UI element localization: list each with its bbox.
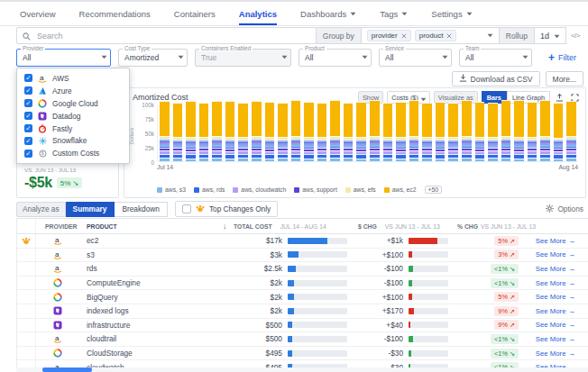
stacked-bar[interactable] [199, 103, 209, 161]
provider-option-snowflake[interactable]: ✓Snowflake [17, 134, 129, 147]
top-changes-only-toggle[interactable]: Top Changes Only [175, 201, 278, 217]
legend-overflow-badge[interactable]: +50 [425, 186, 443, 194]
table-row[interactable]: BigQuery$2k+$1005%↗See More → [17, 290, 588, 304]
stacked-bar[interactable] [317, 103, 327, 161]
group-by-pill-product[interactable]: product [415, 30, 457, 41]
see-more-link[interactable]: See More → [536, 335, 576, 343]
checkbox-checked[interactable]: ✓ [24, 137, 32, 145]
stacked-bar[interactable] [422, 103, 432, 161]
table-row[interactable]: ComputeEngine$2k-$100<1%↘See More → [17, 277, 588, 291]
filter-select-cost-type[interactable]: Cost TypeAmortized [118, 49, 188, 67]
table-row[interactable]: ards$2.5k-$100<1%↘See More → [17, 262, 588, 277]
search-input[interactable] [35, 31, 310, 41]
product-cell[interactable]: indexed logs [79, 306, 223, 315]
add-filter-button[interactable]: +Filter [548, 53, 576, 62]
nav-item-overview[interactable]: Overview [20, 2, 56, 25]
search-field[interactable] [16, 27, 317, 44]
stacked-bar[interactable] [514, 100, 524, 161]
more-button[interactable]: More... [546, 71, 583, 86]
product-cell[interactable]: BigQuery [79, 293, 223, 302]
stacked-bar[interactable] [304, 102, 314, 161]
stacked-bar[interactable] [212, 101, 222, 161]
table-row[interactable]: acloudtrail$500-$100<1%↘See More → [17, 332, 588, 347]
download-csv-button[interactable]: Download as CSV [452, 71, 540, 86]
table-row[interactable]: CloudStorage$495-$30<1%↘See More → [17, 347, 588, 361]
rollup-interval-select[interactable]: 1d [535, 27, 566, 44]
stacked-bar[interactable] [238, 103, 248, 161]
provider-option-custom-costs[interactable]: ✓$Custom Costs [17, 147, 129, 159]
table-row[interactable]: indexed logs$2k+$1709%↗See More → [17, 304, 588, 319]
filter-select-provider[interactable]: ProviderAll [16, 49, 111, 67]
nav-item-analytics[interactable]: Analytics [239, 2, 277, 25]
table-row[interactable]: infrastructure$500+$409%↗See More → [17, 319, 588, 333]
stacked-bar[interactable] [265, 102, 275, 161]
stacked-bar[interactable] [462, 100, 472, 161]
checkbox-checked[interactable]: ✓ [24, 112, 32, 120]
checkbox-checked[interactable]: ✓ [24, 74, 32, 82]
checkbox-checked[interactable]: ✓ [24, 99, 32, 107]
stacked-bar[interactable] [173, 103, 183, 161]
group-by-pill-provider[interactable]: provider [367, 30, 411, 41]
close-icon[interactable] [401, 33, 407, 39]
stacked-bar[interactable] [396, 102, 406, 161]
product-column-header[interactable]: PRODUCT [79, 223, 223, 230]
stacked-bar[interactable] [409, 100, 419, 161]
nav-item-tags[interactable]: Tags [380, 2, 408, 25]
provider-option-aws[interactable]: ✓aAWS [17, 72, 129, 85]
legend-item[interactable]: aws, s3 [157, 186, 186, 193]
total-cost-column-header[interactable]: ↓ TOTAL COST JUL 14 - AUG 14 [223, 222, 358, 231]
see-more-link[interactable]: See More → [536, 349, 576, 358]
product-cell[interactable]: rds [79, 264, 223, 273]
table-row[interactable]: aec2$17k+$1k5%↗See More → [17, 234, 588, 249]
horizontal-scrollbar-track[interactable] [16, 367, 588, 372]
tab-breakdown[interactable]: Breakdown [115, 202, 168, 217]
stacked-bar[interactable] [475, 102, 485, 161]
stacked-bar[interactable] [160, 101, 170, 161]
group-by-combobox[interactable]: providerproduct [362, 27, 500, 44]
filter-select-service[interactable]: ServiceAll [379, 49, 452, 67]
stacked-bar[interactable] [383, 103, 393, 161]
top-changes-checkbox[interactable] [182, 204, 191, 213]
see-more-link[interactable]: See More → [536, 293, 576, 301]
provider-option-fastly[interactable]: ✓Fastly [17, 122, 129, 135]
see-more-link[interactable]: See More → [536, 307, 576, 315]
see-more-link[interactable]: See More → [536, 321, 576, 329]
legend-item[interactable]: aws, efs [345, 186, 376, 193]
provider-option-google-cloud[interactable]: ✓Google Cloud [17, 97, 129, 110]
product-cell[interactable]: ec2 [79, 236, 223, 245]
stacked-bar[interactable] [291, 100, 301, 161]
product-cell[interactable]: infrastructure [79, 321, 223, 330]
stacked-bar[interactable] [370, 100, 380, 161]
code-view-toggle[interactable]: </> [566, 27, 584, 44]
stacked-bar[interactable] [554, 103, 564, 161]
see-more-link[interactable]: See More → [536, 250, 576, 259]
legend-item[interactable]: aws, support [294, 186, 337, 193]
close-icon[interactable] [446, 33, 452, 39]
checkbox-checked[interactable]: ✓ [24, 124, 32, 132]
stacked-bar[interactable] [252, 101, 262, 161]
product-cell[interactable]: ComputeEngine [79, 278, 223, 287]
product-cell[interactable]: CloudStorage [79, 349, 223, 358]
filter-select-containers-enabled[interactable]: Containers EnabledTrue [195, 49, 291, 67]
nav-item-dashboards[interactable]: Dashboards [300, 2, 356, 25]
provider-option-datadog[interactable]: ✓Datadog [17, 110, 129, 122]
stacked-bar[interactable] [448, 103, 458, 161]
product-cell[interactable]: s3 [79, 250, 223, 259]
product-cell[interactable]: cloudtrail [79, 334, 223, 343]
tab-summary[interactable]: Summary [66, 202, 115, 217]
checkbox-checked[interactable]: ✓ [24, 150, 32, 158]
provider-column-header[interactable]: PROVIDER [36, 223, 79, 230]
see-more-link[interactable]: See More → [536, 265, 576, 273]
stacked-bar[interactable] [566, 101, 576, 161]
table-row[interactable]: as3$3k+$1003%↗See More → [17, 249, 588, 263]
stacked-bar[interactable] [501, 100, 511, 161]
dollar-change-column-header[interactable]: $ CHG VS JUN 13 - JUL 13 [358, 223, 457, 230]
stacked-bar[interactable] [436, 102, 446, 161]
provider-option-azure[interactable]: ✓Azure [17, 85, 129, 97]
stacked-bar[interactable] [488, 103, 498, 161]
see-more-link[interactable]: See More → [536, 237, 576, 245]
export-icon[interactable] [554, 94, 565, 102]
legend-item[interactable]: aws, rds [194, 186, 225, 193]
options-button[interactable]: Options [546, 204, 583, 214]
checkbox-checked[interactable]: ✓ [24, 86, 32, 95]
